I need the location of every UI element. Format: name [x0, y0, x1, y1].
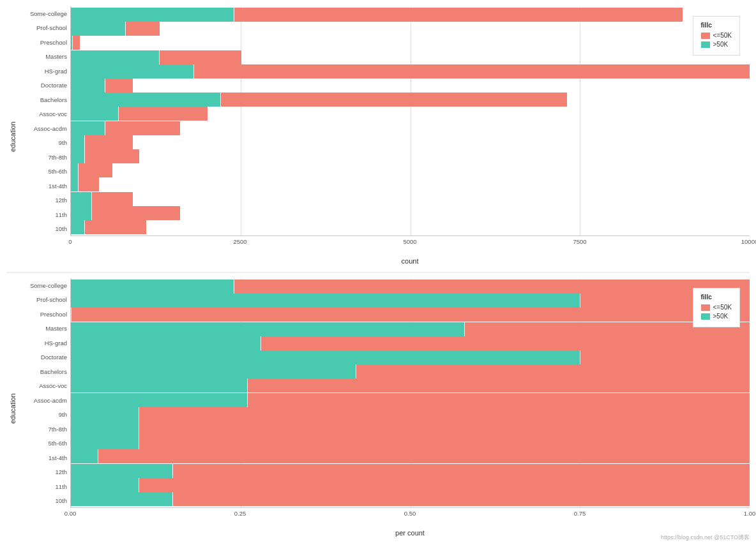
bar-salmon: [160, 50, 241, 64]
bar-teal: [71, 280, 234, 294]
bar-teal: [71, 8, 234, 22]
chart2-panel: education Some-collegeProf-schoolPrescho…: [6, 278, 750, 539]
bar-salmon: [139, 421, 750, 435]
y-label: 11th: [56, 212, 68, 218]
y-label: Assoc-voc: [39, 111, 67, 117]
legend-item: <=50K: [701, 32, 732, 39]
bar-salmon: [139, 478, 750, 492]
chart2-x-axis: 0.000.250.500.751.00: [19, 508, 750, 527]
x-tick-label: 0.00: [64, 510, 77, 517]
chart1-x-axis: 025005000750010000: [19, 236, 750, 255]
chart2-legend: fillc<=50K>50K: [693, 288, 740, 327]
x-tick-label: 0.50: [404, 510, 416, 517]
legend-label: >50K: [713, 41, 729, 48]
y-label: 7th-8th: [48, 426, 67, 433]
bar-teal: [71, 478, 139, 492]
bar-salmon: [261, 336, 750, 350]
page-container: education Some-collegeProf-schoolPrescho…: [0, 0, 756, 545]
bar-salmon: [248, 378, 750, 392]
x-tick-label: 7500: [573, 238, 586, 245]
y-label: 7th-8th: [48, 154, 67, 161]
bar-teal: [71, 206, 91, 220]
bar-salmon: [221, 93, 567, 107]
bar-row: [71, 177, 750, 191]
bar-row: [71, 50, 750, 64]
y-label: Masters: [45, 325, 67, 332]
bar-salmon: [72, 308, 750, 322]
bar-salmon: [85, 220, 146, 234]
x-tick-label: 5000: [403, 238, 416, 245]
chart2-x-title-row: per count: [19, 527, 750, 539]
bar-row: [71, 78, 750, 93]
bar-row: [71, 308, 750, 322]
y-label: 11th: [56, 484, 68, 490]
bar-salmon: [98, 449, 750, 463]
bar-teal: [71, 322, 464, 336]
watermark: https://blog.csdn.net @51CTO博客: [661, 534, 750, 542]
bar-row: [71, 435, 750, 449]
bar-salmon: [85, 135, 132, 149]
legend-item: >50K: [701, 313, 732, 320]
chart1-legend: fillc<=50K>50K: [693, 16, 740, 56]
y-label: 1st-4th: [49, 455, 67, 461]
y-label: 5th-6th: [48, 168, 67, 175]
y-label: Prof-school: [36, 25, 67, 31]
bar-salmon: [356, 364, 750, 378]
bar-teal: [71, 378, 247, 392]
bar-row: [71, 22, 750, 36]
bar-row: [71, 220, 750, 234]
bar-salmon: [105, 78, 133, 93]
bar-salmon: [194, 64, 750, 78]
y-label: 1st-4th: [49, 183, 67, 190]
bar-row: [71, 163, 750, 177]
bar-salmon: [173, 464, 750, 478]
bar-teal: [71, 492, 172, 506]
legend-label: <=50K: [713, 304, 732, 311]
bar-salmon: [580, 350, 750, 364]
bar-row: [71, 93, 750, 107]
bar-salmon: [79, 177, 99, 191]
y-label: Prof-school: [36, 297, 67, 303]
bar-teal: [71, 435, 139, 449]
bar-teal: [71, 22, 125, 36]
chart1-plot: Some-collegeProf-schoolPreschoolMastersH…: [19, 6, 750, 236]
y-label: 12th: [56, 469, 68, 475]
bar-teal: [71, 449, 98, 463]
bar-row: [71, 149, 750, 163]
bar-row: [71, 393, 750, 407]
bar-row: [71, 378, 750, 392]
x-tick-label: 0.75: [574, 510, 586, 517]
x-tick-label: 0: [68, 238, 72, 245]
bar-teal: [71, 421, 139, 435]
bar-row: [71, 350, 750, 364]
bar-row: [71, 364, 750, 378]
y-label: 5th-6th: [48, 440, 67, 447]
bar-row: [71, 36, 750, 50]
chart-divider: [6, 272, 750, 273]
y-label: Preschool: [40, 311, 67, 318]
bar-teal: [71, 78, 105, 93]
bar-teal: [71, 64, 193, 78]
bar-row: [71, 492, 750, 506]
bar-teal: [71, 192, 91, 206]
bar-row: [71, 478, 750, 492]
bar-teal: [71, 50, 159, 64]
bar-salmon: [139, 435, 750, 449]
bar-row: [71, 64, 750, 78]
y-label: 9th: [59, 412, 67, 418]
y-label: Assoc-acdm: [34, 126, 67, 132]
y-label: Masters: [45, 54, 67, 60]
chart1-bars: [70, 6, 750, 236]
bar-teal: [71, 163, 78, 177]
bar-teal: [71, 135, 84, 149]
bar-salmon: [234, 280, 750, 294]
chart1-x-title: count: [70, 257, 750, 265]
bar-teal: [71, 149, 84, 163]
bar-teal: [71, 364, 356, 378]
bar-salmon: [234, 8, 683, 22]
x-tick-label: 2500: [233, 238, 246, 245]
bar-teal: [71, 294, 580, 308]
legend-swatch: [701, 304, 710, 311]
y-label: Assoc-acdm: [34, 398, 67, 404]
legend-title: fillc: [701, 294, 732, 301]
